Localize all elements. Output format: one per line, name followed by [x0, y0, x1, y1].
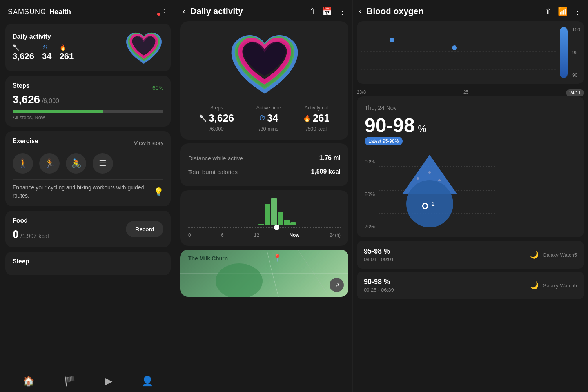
steps-stat-sub: /6,000 [210, 126, 224, 132]
active-icon: ⏱ [42, 44, 47, 51]
panel3-title: Blood oxygen [367, 6, 540, 16]
drop-label-80: 80% [365, 191, 375, 197]
chart-bar [278, 212, 283, 225]
sleep-card[interactable]: Sleep [5, 252, 171, 275]
cal-stat-value: 261 [312, 112, 329, 124]
map-area: The Milk Churn 📍 ↗ [180, 250, 348, 297]
chart-x-labels: 0 6 12 Now 24(h) [188, 232, 341, 238]
reading-range-2: 90-98 % [364, 278, 394, 286]
graph-area [361, 26, 556, 79]
chart-bar-peak [271, 198, 277, 225]
more-menu-icon[interactable]: ⋮ [338, 7, 346, 16]
distance-label: Distance while active [188, 155, 243, 162]
tip-icon: 💡 [154, 187, 163, 196]
blood-bars-icon[interactable]: 📶 [558, 7, 568, 16]
steps-title: Steps [13, 82, 30, 89]
blood-share-icon[interactable]: ⇧ [545, 7, 552, 16]
calories-label: Total burnt calories [188, 169, 238, 175]
nav-profile-button[interactable]: 👤 [142, 376, 153, 387]
steps-percent: 60% [152, 85, 163, 91]
svg-point-8 [452, 45, 457, 50]
blood-reading-card: Thu, 24 Nov 90-98 % Latest 95-98% 90% 80… [357, 96, 584, 237]
chart-bar [194, 225, 200, 225]
exercise-card[interactable]: Exercise View history 🚶 🏃 🚴 ☰ Enhance yo… [5, 131, 171, 206]
record-food-button[interactable]: Record [126, 221, 163, 237]
panel-samsung-health: SAMSUNG Health ⋮ Daily activity 🥄 3,626 … [0, 0, 176, 392]
list-button[interactable]: ☰ [93, 153, 113, 174]
chart-bar [258, 224, 264, 225]
cal-big: 🔥 261 [303, 112, 329, 124]
cycle-button[interactable]: 🚴 [66, 153, 86, 174]
reading-item-2[interactable]: 90-98 % 00:25 - 06:39 🌙 Galaxy Watch5 [357, 272, 584, 299]
active-stats-col: Active time ⏱ 34 /30 mins [256, 105, 281, 132]
panel3-back-button[interactable]: ‹ [359, 6, 362, 16]
run-button[interactable]: 🏃 [39, 153, 60, 174]
food-card[interactable]: Food 0 /1,997 kcal Record [5, 211, 171, 247]
chart-bar-active [265, 204, 270, 225]
calendar-icon[interactable]: 📅 [322, 7, 332, 16]
panel1-header: SAMSUNG Health ⋮ [0, 0, 176, 21]
svg-point-13 [406, 180, 453, 227]
panel2-header: ‹ Daily activity ⇧ 📅 ⋮ [176, 0, 352, 21]
map-card[interactable]: The Milk Churn 📍 ↗ [180, 250, 348, 297]
moon-icon-2: 🌙 [530, 281, 539, 290]
daily-activity-card[interactable]: Daily activity 🥄 3,626 ⏱ 34 🔥 261 [5, 24, 171, 71]
reading-item-1[interactable]: 95-98 % 08:01 - 09:01 🌙 Galaxy Watch5 [357, 241, 584, 269]
blood-range-value: 90-98 [365, 114, 415, 136]
steps-value: 3,626 [13, 51, 34, 62]
reading-time-1: 08:01 - 09:01 [364, 256, 394, 262]
map-share-button[interactable]: ↗ [330, 278, 344, 292]
x-label-25: 25 [463, 89, 468, 96]
blood-graph-svg [361, 26, 556, 77]
health-label: Health [49, 8, 71, 16]
tip-text: Enhance your cycling and hiking workouts… [13, 183, 150, 200]
svg-point-3 [216, 263, 263, 297]
chart-bar [207, 225, 213, 225]
nav-play-button[interactable]: ▶ [105, 376, 112, 387]
nav-bookmark-button[interactable]: 🏴 [64, 376, 76, 387]
food-title: Food [13, 217, 49, 224]
reading-left-2: 90-98 % 00:25 - 06:39 [364, 278, 394, 293]
panel2-content: Steps 🥄 3,626 /6,000 Active time ⏱ 34 /3… [176, 21, 352, 392]
graph-y-labels: 100 95 90 [572, 27, 580, 78]
chart-bar [252, 225, 258, 225]
distance-row: Distance while active 1.76 mi [188, 151, 341, 165]
cal-label: Activity cal [304, 105, 328, 111]
reading-right-1: 🌙 Galaxy Watch5 [530, 250, 577, 259]
active-value: 34 [42, 51, 51, 62]
active-stat: ⏱ 34 [42, 44, 51, 62]
food-value: 0 [13, 228, 19, 240]
blood-more-icon[interactable]: ⋮ [574, 7, 582, 16]
reading-left-1: 95-98 % 08:01 - 09:01 [364, 247, 394, 262]
active-big: ⏱ 34 [259, 112, 278, 124]
detail-card: Distance while active 1.76 mi Total burn… [180, 143, 348, 186]
chart-bar [227, 225, 232, 225]
walk-button[interactable]: 🚶 [13, 153, 33, 174]
panel2-back-button[interactable]: ‹ [183, 6, 185, 16]
steps-progress-fill [13, 110, 103, 113]
blood-range-row: 90-98 % [365, 114, 576, 137]
chart-bar [290, 222, 296, 225]
panel1-menu-button[interactable]: ⋮ [160, 7, 168, 16]
active-stat-value: 34 [267, 112, 278, 124]
steps-big-value: 3,626 [13, 93, 40, 105]
cal-stat-sub: /500 kcal [306, 126, 327, 132]
distance-value: 1.76 mi [319, 154, 341, 162]
graph-slider[interactable] [560, 27, 568, 78]
daily-activity-title: Daily activity [13, 33, 124, 40]
samsung-label: SAMSUNG [8, 8, 46, 16]
view-history-button[interactable]: View history [134, 140, 163, 146]
reading-range-1: 95-98 % [364, 247, 394, 256]
chart-bar [316, 225, 321, 225]
chart-bar [201, 225, 207, 225]
nav-home-button[interactable]: 🏠 [23, 376, 34, 387]
food-goal: /1,997 kcal [20, 232, 49, 239]
svg-text:O: O [422, 201, 428, 211]
daily-activity-left: Daily activity 🥄 3,626 ⏱ 34 🔥 261 [13, 33, 124, 62]
map-location-label: The Milk Churn [188, 255, 228, 261]
active-stat-sub: /30 mins [259, 126, 278, 132]
steps-card[interactable]: Steps 60% 3,626 /6,000 All steps, Now [5, 76, 171, 127]
chart-label-6: 6 [221, 232, 224, 238]
chart-bar [233, 225, 238, 225]
share-icon[interactable]: ⇧ [309, 7, 316, 16]
